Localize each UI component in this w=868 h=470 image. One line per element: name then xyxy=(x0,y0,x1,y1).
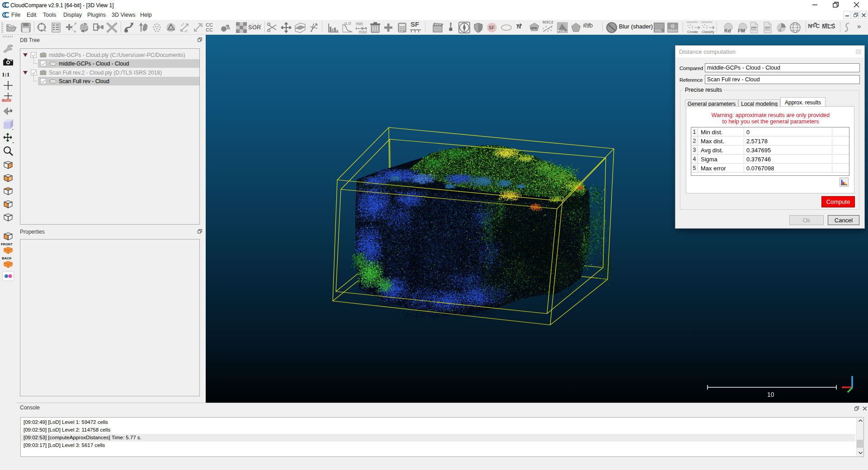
svg-text:Kd: Kd xyxy=(724,28,731,33)
svg-text:CSV: CSV xyxy=(765,28,771,30)
svg-text:PCV: PCV xyxy=(558,29,565,33)
svg-text:SF: SF xyxy=(489,25,495,30)
svg-text:10: 10 xyxy=(767,391,774,398)
svg-text:SHP: SHP xyxy=(752,28,757,30)
svg-text:EDL: EDL xyxy=(655,28,662,33)
svg-text:FM: FM xyxy=(738,28,745,33)
svg-text:SSAO: SSAO xyxy=(668,28,677,33)
svg-text:HPR: HPR xyxy=(530,27,537,30)
